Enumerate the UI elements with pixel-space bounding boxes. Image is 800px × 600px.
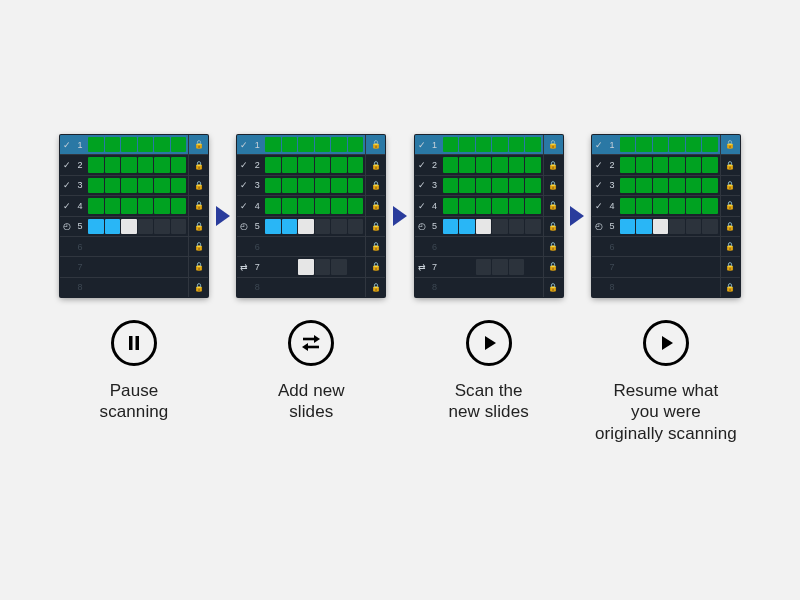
slot-strip (263, 176, 365, 195)
step-block-3: Scan thenew slides (415, 320, 563, 444)
row-number: 4 (74, 201, 86, 211)
slot-g (653, 157, 669, 172)
status-icon: ⇄ (237, 262, 251, 272)
slot-g (509, 178, 525, 193)
slot-d (669, 219, 685, 234)
lock-icon: 🔒 (365, 196, 385, 215)
slot-g (443, 157, 459, 172)
slot-e (653, 239, 669, 254)
slide-row: ✓3🔒 (592, 175, 740, 195)
arrow-right-icon (216, 206, 230, 226)
slot-strip (441, 155, 543, 174)
slot-e (154, 239, 170, 254)
slot-strip (441, 278, 543, 297)
slot-e (265, 280, 281, 295)
slot-strip (618, 257, 720, 276)
slot-g (88, 157, 104, 172)
slide-row: ✓1🔒 (592, 135, 740, 154)
slot-g (171, 178, 187, 193)
slot-g (653, 198, 669, 213)
row-number: 1 (251, 140, 263, 150)
icons-row: PausescanningAdd newslidesScan thenew sl… (60, 320, 740, 444)
lock-icon: 🔒 (720, 257, 740, 276)
row-number: 5 (74, 221, 86, 231)
row-number: 5 (606, 221, 618, 231)
slide-row: ✓1🔒 (60, 135, 208, 154)
slot-d (509, 259, 525, 274)
slot-g (459, 178, 475, 193)
slot-g (620, 137, 636, 152)
slot-g (265, 157, 281, 172)
slot-g (298, 198, 314, 213)
lock-icon: 🔒 (365, 257, 385, 276)
slot-g (348, 198, 364, 213)
slot-g (138, 178, 154, 193)
slot-strip (263, 257, 365, 276)
arrow-right-icon (570, 206, 584, 226)
slot-e (154, 280, 170, 295)
row-number: 3 (74, 180, 86, 190)
status-icon: ✓ (237, 201, 251, 211)
lock-icon: 🔒 (543, 257, 563, 276)
step-caption: Add newslides (278, 380, 345, 423)
slot-strip (86, 237, 188, 256)
slide-row: 6🔒 (415, 236, 563, 256)
slot-e (620, 280, 636, 295)
status-icon: ◴ (415, 221, 429, 231)
slot-e (443, 239, 459, 254)
slot-g (298, 137, 314, 152)
slot-e (88, 239, 104, 254)
slot-g (653, 178, 669, 193)
slot-g (348, 178, 364, 193)
slide-row: ✓2🔒 (592, 154, 740, 174)
slot-g (636, 198, 652, 213)
slot-g (121, 178, 137, 193)
slot-g (686, 157, 702, 172)
slot-g (105, 198, 121, 213)
slot-g (702, 137, 718, 152)
lock-icon: 🔒 (365, 217, 385, 236)
slot-strip (86, 278, 188, 297)
lock-icon: 🔒 (188, 155, 208, 174)
lock-icon: 🔒 (543, 217, 563, 236)
swap-icon (288, 320, 334, 366)
slot-e (138, 280, 154, 295)
row-number: 8 (429, 282, 441, 292)
slide-row: ✓2🔒 (237, 154, 385, 174)
row-number: 7 (606, 262, 618, 272)
slot-e (443, 259, 459, 274)
row-number: 7 (74, 262, 86, 272)
slot-g (331, 157, 347, 172)
slot-strip (441, 135, 543, 154)
status-icon: ✓ (415, 180, 429, 190)
slot-e (653, 280, 669, 295)
slot-e (282, 239, 298, 254)
slot-b (443, 219, 459, 234)
row-number: 3 (429, 180, 441, 190)
slot-e (443, 280, 459, 295)
status-icon: ◴ (592, 221, 606, 231)
slot-g (138, 157, 154, 172)
slot-g (88, 198, 104, 213)
slot-g (492, 178, 508, 193)
slot-e (459, 239, 475, 254)
slot-g (315, 157, 331, 172)
slot-strip (618, 196, 720, 215)
slot-d (171, 219, 187, 234)
slot-e (315, 239, 331, 254)
slot-d (315, 219, 331, 234)
slot-g (476, 198, 492, 213)
status-icon: ✓ (415, 201, 429, 211)
slot-e (265, 239, 281, 254)
slot-g (88, 137, 104, 152)
lock-icon: 🔒 (365, 155, 385, 174)
slot-e (686, 239, 702, 254)
slot-strip (618, 217, 720, 236)
slot-g (459, 137, 475, 152)
slide-row: 6🔒 (60, 236, 208, 256)
slot-e (138, 259, 154, 274)
slot-strip (86, 217, 188, 236)
slide-row: ◴5🔒 (415, 216, 563, 236)
slide-row: ✓1🔒 (415, 135, 563, 154)
row-number: 8 (606, 282, 618, 292)
